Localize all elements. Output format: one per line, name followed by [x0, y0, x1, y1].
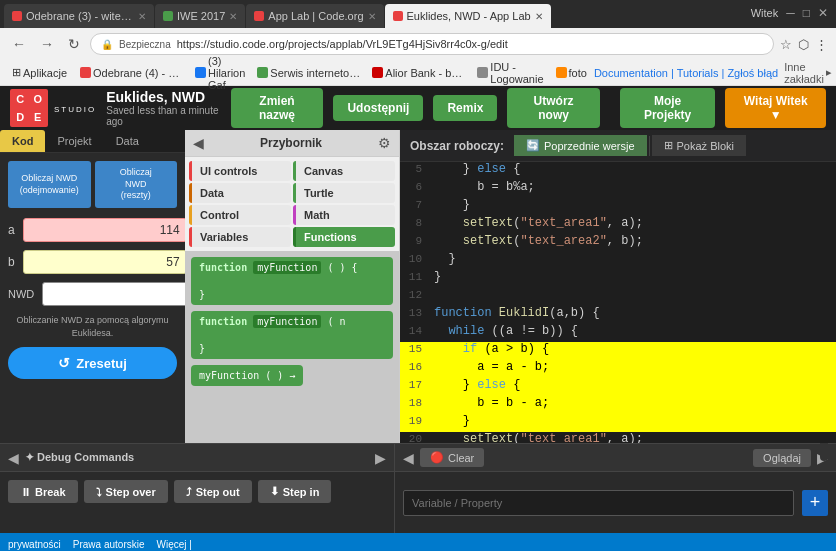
status-prywatnosci[interactable]: prywatności — [8, 539, 61, 550]
studio-label: STUDIO — [54, 105, 96, 114]
tab-favicon-gmail — [12, 11, 22, 21]
oglądaj-button[interactable]: Oglądaj — [753, 449, 811, 467]
label-a: a — [8, 223, 15, 237]
calc-nwd-odejmowanie-button[interactable]: Obliczaj NWD(odejmowanie) — [8, 161, 91, 208]
secure-icon: 🔒 — [101, 39, 113, 50]
minimize-btn[interactable]: ─ — [786, 6, 795, 20]
code-line-11: 11 } — [400, 270, 836, 288]
toolbox-control[interactable]: Control — [189, 205, 291, 225]
tab-kod[interactable]: Kod — [0, 130, 45, 152]
bookmark-alior[interactable]: Alior Bank - bankow... — [367, 65, 470, 81]
bookmark-foto[interactable]: foto — [551, 65, 592, 81]
bookmark-serwis[interactable]: Serwis internetowy iP... — [252, 65, 365, 81]
doc-links[interactable]: Documentation | Tutorials | Zgłoś błąd — [594, 67, 778, 79]
toolbox-functions[interactable]: Functions — [293, 227, 395, 247]
share-button[interactable]: Udostępnij — [333, 95, 423, 121]
input-b[interactable] — [23, 250, 185, 274]
status-autorskie[interactable]: Prawa autorskie — [73, 539, 145, 550]
project-sub: Saved less than a minute ago — [106, 105, 220, 127]
step-out-button[interactable]: ⤴ Step out — [174, 480, 252, 503]
code-line-10: 10 } — [400, 252, 836, 270]
status-wiecej[interactable]: Więcej | — [157, 539, 192, 550]
bookmark-star-icon[interactable]: ☆ — [780, 37, 792, 52]
code-line-7: 7 } — [400, 198, 836, 216]
input-nwd[interactable] — [42, 282, 185, 306]
code-line-6: 6 b = b%a; — [400, 180, 836, 198]
toolbox-canvas[interactable]: Canvas — [293, 161, 395, 181]
toolbox-variables[interactable]: Variables — [189, 227, 291, 247]
watch-input[interactable] — [403, 490, 794, 516]
tab-close-gmail[interactable]: ✕ — [138, 11, 146, 22]
clear-button[interactable]: 🔴 Clear — [420, 448, 484, 467]
back-button[interactable]: ← — [8, 34, 30, 54]
bookmark-hilarion[interactable]: (3) Hilarion Gaf — [190, 53, 250, 93]
watch-nav-left[interactable]: ◀ — [403, 450, 414, 466]
toolbox-title: Przybornik — [260, 136, 322, 150]
menu-icon[interactable]: ⋮ — [815, 37, 828, 52]
bm-dropdown-icon[interactable]: ▸ — [826, 66, 832, 79]
rename-button[interactable]: Zmień nazwę — [231, 88, 324, 128]
code-line-15: 15 if (a > b) { — [400, 342, 836, 360]
bm-fb-icon — [195, 67, 206, 78]
tab-iwe[interactable]: IWE 2017 ✕ — [155, 4, 245, 28]
bm-hilarion-label: (3) Hilarion Gaf — [208, 55, 245, 91]
step-in-button[interactable]: ⬇ Step in — [258, 480, 332, 503]
debug-nav-right[interactable]: ▶ — [375, 450, 386, 466]
versions-button[interactable]: 🔄 Poprzednie wersje — [514, 135, 647, 156]
bm-foto-icon — [556, 67, 567, 78]
gear-icon[interactable]: ⚙ — [378, 135, 391, 151]
logo-e: E — [30, 109, 47, 126]
tab-close-euklides[interactable]: ✕ — [535, 11, 543, 22]
toolbox-data[interactable]: Data — [189, 183, 291, 203]
tab-favicon-applab — [254, 11, 264, 21]
watch-add-button[interactable]: + — [802, 490, 828, 516]
bookmark-idu[interactable]: IDU - Logowanie — [472, 59, 548, 87]
tab-projekt[interactable]: Projekt — [45, 130, 103, 152]
new-button[interactable]: Utwórz nowy — [507, 88, 599, 128]
remix-button[interactable]: Remix — [433, 95, 497, 121]
input-a[interactable] — [23, 218, 185, 242]
bookmark-gmail[interactable]: Odebrane (4) - witek... — [75, 65, 188, 81]
blocks-label: Pokaż Bloki — [677, 140, 734, 152]
bm-alior-icon — [372, 67, 383, 78]
user-label: Witek — [751, 7, 779, 19]
apps-icon: ⊞ — [12, 66, 21, 79]
block-call[interactable]: myFunction ( ) → — [191, 365, 303, 386]
blocks-button[interactable]: ⊞ Pokaż Bloki — [652, 135, 746, 156]
reload-button[interactable]: ↻ — [64, 34, 84, 54]
tab-gmail[interactable]: Odebrane (3) - witek.kra... ✕ — [4, 4, 154, 28]
debug-title: ✦ Debug Commands — [25, 451, 134, 464]
extensions-icon[interactable]: ⬡ — [798, 37, 809, 52]
break-button[interactable]: ⏸ Break — [8, 480, 78, 503]
user-button[interactable]: Witaj Witek ▼ — [725, 88, 826, 128]
block-function-1[interactable]: function myFunction ( ) { } — [191, 257, 393, 305]
tab-euklides[interactable]: Euklides, NWD - App Lab ✕ — [385, 4, 551, 28]
tab-data[interactable]: Data — [104, 130, 151, 152]
tab-label-iwe: IWE 2017 — [177, 10, 225, 22]
debug-nav-left[interactable]: ◀ — [8, 450, 19, 466]
projects-button[interactable]: Moje Projekty — [620, 88, 716, 128]
address-text[interactable]: https://studio.code.org/projects/applab/… — [177, 38, 763, 50]
bm-foto-label: foto — [569, 67, 587, 79]
calc-nwd-reszty-button[interactable]: ObliczajNWD(reszty) — [95, 161, 178, 208]
step-over-button[interactable]: ⤵ Step over — [84, 480, 168, 503]
block-function-2[interactable]: function myFunction ( n } — [191, 311, 393, 359]
toolbox-math[interactable]: Math — [293, 205, 395, 225]
tab-close-applab[interactable]: ✕ — [368, 11, 376, 22]
tab-label-applab: App Lab | Code.org — [268, 10, 363, 22]
bm-inne-label[interactable]: Inne zakładki — [784, 61, 824, 85]
tab-applab[interactable]: App Lab | Code.org ✕ — [246, 4, 383, 28]
reset-button[interactable]: ↺ Zresetuj — [8, 347, 177, 379]
code-line-8: 8 setText("text_area1", a); — [400, 216, 836, 234]
toolbox-nav-left[interactable]: ◀ — [193, 135, 204, 151]
tab-close-iwe[interactable]: ✕ — [229, 11, 237, 22]
bookmark-apps[interactable]: ⊞ Aplikacje — [6, 64, 73, 81]
toolbox-turtle[interactable]: Turtle — [293, 183, 395, 203]
code-logo: C O D E STUDIO — [10, 89, 96, 127]
maximize-btn[interactable]: □ — [803, 6, 810, 20]
code-editor[interactable]: 5 } else { 6 b = b%a; 7 } 8 setText("tex… — [400, 162, 836, 443]
forward-button[interactable]: → — [36, 34, 58, 54]
toolbox-ui[interactable]: UI controls — [189, 161, 291, 181]
tab-favicon-iwe — [163, 11, 173, 21]
close-btn[interactable]: ✕ — [818, 6, 828, 20]
